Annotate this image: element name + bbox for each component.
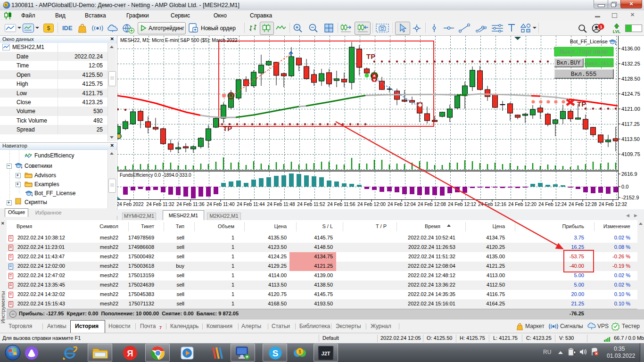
svg-text:24 Feb 11:48: 24 Feb 11:48 xyxy=(267,202,295,207)
svg-text:Вкл.555: Вкл.555 xyxy=(571,71,597,78)
svg-text:24 Feb 12:24: 24 Feb 12:24 xyxy=(538,202,567,207)
svg-text:24 Feb 12:16: 24 Feb 12:16 xyxy=(478,202,506,207)
svg-text:2616.9: 2616.9 xyxy=(621,171,637,177)
svg-text:Вкл.BUY: Вкл.BUY xyxy=(557,60,580,66)
svg-text:24 Feb 12:20: 24 Feb 12:20 xyxy=(508,202,537,207)
svg-text:Я: Я xyxy=(127,349,133,358)
svg-text:24 Feb 11:52: 24 Feb 11:52 xyxy=(297,202,325,207)
svg-text:24 Feb 2022: 24 Feb 2022 xyxy=(117,202,144,207)
svg-text:TP: TP xyxy=(577,100,586,108)
svg-text:4109.75: 4109.75 xyxy=(621,151,640,157)
svg-text:4132.25: 4132.25 xyxy=(621,61,640,66)
svg-text:4128.50: 4128.50 xyxy=(621,76,640,82)
svg-text:TP: TP xyxy=(223,124,232,132)
svg-text:$: $ xyxy=(298,349,301,354)
svg-text:24 Feb 11:44: 24 Feb 11:44 xyxy=(237,202,265,207)
svg-text:4121.00: 4121.00 xyxy=(621,106,640,112)
svg-text:4124.75: 4124.75 xyxy=(621,91,640,97)
svg-text:4136.00: 4136.00 xyxy=(621,46,640,51)
svg-text:24 Feb 12:32: 24 Feb 12:32 xyxy=(599,202,627,207)
svg-text:24 Feb 12:28: 24 Feb 12:28 xyxy=(569,202,597,207)
svg-text:$: $ xyxy=(5,3,7,7)
svg-text:1: 1 xyxy=(600,25,602,29)
svg-text:0.0: 0.0 xyxy=(621,184,628,189)
svg-text:MESH22, M1: Micro E-mini S&P 5: MESH22, M1: Micro E-mini S&P 500 ($5): M… xyxy=(120,38,238,43)
svg-text:4117.25: 4117.25 xyxy=(621,121,640,127)
svg-text:Выкл.SELL: Выкл.SELL xyxy=(585,61,613,66)
svg-text:Выкл.Торговлю: Выкл.Торговлю xyxy=(560,49,608,56)
svg-text:FundsEfficiency 0.0 -1894.0 33: FundsEfficiency 0.0 -1894.0 333.0 xyxy=(120,173,191,178)
svg-text:24 Feb 12:08: 24 Feb 12:08 xyxy=(418,202,446,207)
svg-text:24 Feb 11:40: 24 Feb 11:40 xyxy=(206,202,235,207)
svg-text:Bot_FF_License: Bot_FF_License xyxy=(570,39,608,44)
svg-text:J2T: J2T xyxy=(322,351,330,356)
svg-text:TP: TP xyxy=(366,52,375,60)
svg-text:24 Feb 11:56: 24 Feb 11:56 xyxy=(327,202,355,207)
svg-text:24 Feb 12:04: 24 Feb 12:04 xyxy=(388,202,416,207)
svg-text:24 Feb 11:32: 24 Feb 11:32 xyxy=(146,202,174,207)
svg-text:LVL: LVL xyxy=(613,29,621,34)
svg-text:24 Feb 12:12: 24 Feb 12:12 xyxy=(448,202,476,207)
svg-text:4113.50: 4113.50 xyxy=(621,136,640,142)
svg-text:-2152.9: -2152.9 xyxy=(621,195,639,200)
svg-text:S: S xyxy=(272,348,279,358)
svg-text:$: $ xyxy=(47,25,50,32)
svg-text:24 Feb 11:36: 24 Feb 11:36 xyxy=(176,202,205,207)
svg-text:24 Feb 12:00: 24 Feb 12:00 xyxy=(357,202,386,207)
